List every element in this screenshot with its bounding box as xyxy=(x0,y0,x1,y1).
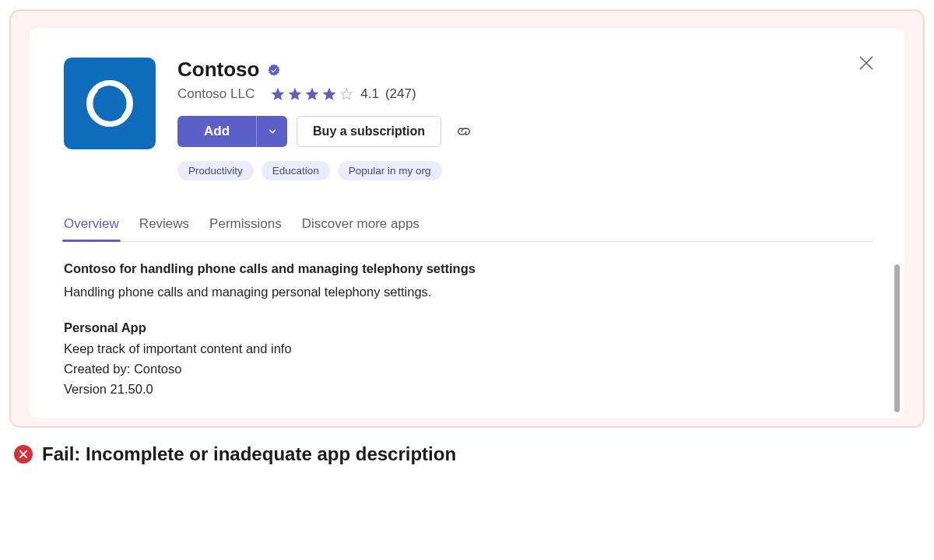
star-icon xyxy=(270,86,286,102)
star-icon xyxy=(321,86,337,102)
add-dropdown-button[interactable] xyxy=(256,116,287,147)
pill-popular[interactable]: Popular in my org xyxy=(338,161,442,180)
app-details-dialog: Contoso Contoso LLC 4.1 (247) xyxy=(30,28,904,418)
add-button[interactable]: Add xyxy=(177,116,256,147)
tabs: Overview Reviews Permissions Discover mo… xyxy=(64,212,873,242)
app-logo-icon xyxy=(79,73,140,134)
pill-education[interactable]: Education xyxy=(262,161,330,180)
fail-badge xyxy=(14,445,33,464)
overview-version: Version 21.50.0 xyxy=(64,379,873,399)
verified-badge-icon xyxy=(267,63,281,77)
close-button[interactable] xyxy=(858,54,875,72)
overview-meta: Personal App Keep track of important con… xyxy=(64,317,873,400)
copy-link-button[interactable] xyxy=(455,123,472,140)
tab-permissions[interactable]: Permissions xyxy=(209,212,282,241)
verdict-row: Fail: Incomplete or inadequate app descr… xyxy=(9,443,925,465)
category-pills: Productivity Education Popular in my org xyxy=(177,161,873,180)
close-icon xyxy=(858,54,875,72)
buy-subscription-button[interactable]: Buy a subscription xyxy=(297,116,441,147)
scrollbar-thumb[interactable] xyxy=(894,264,900,412)
overview-description: Handling phone calls and managing person… xyxy=(64,282,873,303)
rating-stars: 4.1 (247) xyxy=(270,86,416,102)
star-outline-icon xyxy=(339,86,354,102)
rating-count: (247) xyxy=(385,86,416,102)
publisher-name: Contoso LLC xyxy=(177,86,255,102)
overview-section-title: Personal App xyxy=(64,317,873,338)
dialog-header: Contoso Contoso LLC 4.1 (247) xyxy=(64,58,873,180)
app-icon xyxy=(64,58,156,149)
star-icon xyxy=(304,86,320,102)
tab-overview[interactable]: Overview xyxy=(64,212,119,241)
header-meta: Contoso Contoso LLC 4.1 (247) xyxy=(177,58,873,180)
action-row: Add Buy a subscription xyxy=(177,116,873,147)
overview-section-body: Keep track of important content and info xyxy=(64,338,873,359)
app-title: Contoso xyxy=(177,58,259,82)
add-button-group: Add xyxy=(177,116,287,147)
tab-reviews[interactable]: Reviews xyxy=(139,212,189,241)
verdict-text: Fail: Incomplete or inadequate app descr… xyxy=(42,443,456,465)
overview-headline: Contoso for handling phone calls and man… xyxy=(64,259,873,279)
x-icon xyxy=(18,449,29,460)
link-icon xyxy=(455,123,472,140)
tab-discover[interactable]: Discover more apps xyxy=(302,212,420,241)
star-icon xyxy=(287,86,303,102)
annotated-frame: Contoso Contoso LLC 4.1 (247) xyxy=(9,9,925,428)
overview-content: Contoso for handling phone calls and man… xyxy=(64,259,873,400)
pill-productivity[interactable]: Productivity xyxy=(177,161,254,180)
chevron-down-icon xyxy=(267,126,278,137)
overview-created-by: Created by: Contoso xyxy=(64,359,873,379)
rating-value: 4.1 xyxy=(360,86,379,102)
